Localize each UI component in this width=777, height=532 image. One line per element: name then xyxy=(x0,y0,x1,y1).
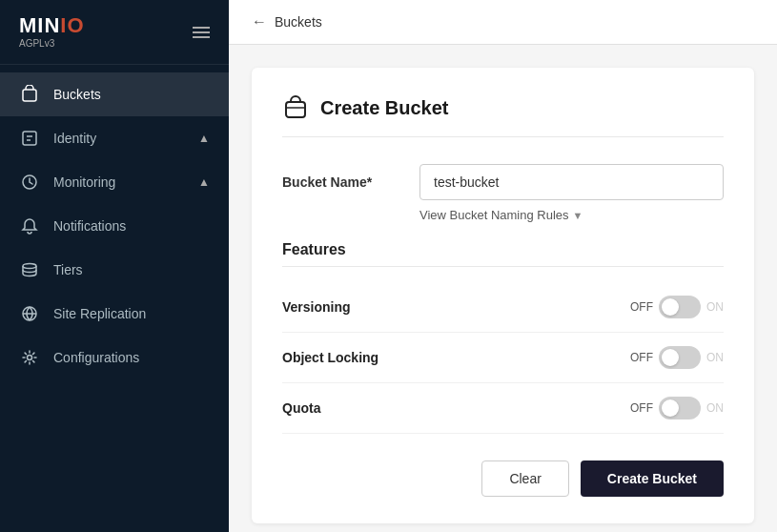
site-replication-icon xyxy=(19,303,40,324)
back-button[interactable]: ← xyxy=(252,13,267,31)
sidebar-item-buckets[interactable]: Buckets xyxy=(0,72,229,116)
create-bucket-card: Create Bucket Bucket Name* View Bucket N… xyxy=(252,68,754,523)
sidebar-label-tiers: Tiers xyxy=(53,262,83,277)
sidebar-label-configurations: Configurations xyxy=(53,350,139,365)
sidebar-item-configurations[interactable]: Configurations xyxy=(0,336,229,379)
monitoring-chevron-icon: ▲ xyxy=(198,175,210,189)
main-content: ← Buckets Create Bucket Bucket Name* V xyxy=(229,0,777,532)
identity-icon xyxy=(19,128,40,149)
logo-area: MINIO AGPLv3 xyxy=(19,15,85,49)
object-locking-toggle[interactable] xyxy=(659,346,701,369)
breadcrumb-link[interactable]: Buckets xyxy=(275,14,322,30)
sidebar-header: MINIO AGPLv3 xyxy=(0,0,229,65)
bucket-icon xyxy=(19,84,40,105)
naming-rules-label: View Bucket Naming Rules xyxy=(419,208,569,222)
versioning-toggle-wrapper: OFF ON xyxy=(630,296,724,318)
quota-on-label: ON xyxy=(706,401,724,415)
sidebar-item-site-replication[interactable]: Site Replication xyxy=(0,292,229,336)
logo-license: AGPLv3 xyxy=(19,38,54,49)
svg-rect-9 xyxy=(286,102,305,117)
object-locking-off-label: OFF xyxy=(630,351,653,364)
sidebar-item-monitoring[interactable]: Monitoring ▲ xyxy=(0,160,229,204)
versioning-toggle[interactable] xyxy=(659,296,701,318)
feature-row-object-locking: Object Locking OFF ON xyxy=(282,333,724,383)
svg-point-5 xyxy=(23,264,36,269)
naming-rules-chevron-icon: ▼ xyxy=(573,210,583,221)
bucket-name-row: Bucket Name* xyxy=(282,164,724,200)
object-locking-on-label: ON xyxy=(706,351,724,364)
bucket-name-label: Bucket Name* xyxy=(282,174,397,190)
clear-button[interactable]: Clear xyxy=(481,460,568,497)
naming-rules-row[interactable]: View Bucket Naming Rules ▼ xyxy=(419,208,724,222)
quota-toggle[interactable] xyxy=(659,397,701,419)
features-section: Features Versioning OFF ON xyxy=(282,241,724,434)
logo-min: MIN xyxy=(19,13,60,37)
content-area: Create Bucket Bucket Name* View Bucket N… xyxy=(229,45,777,532)
menu-toggle-button[interactable] xyxy=(193,27,210,38)
logo: MINIO xyxy=(19,15,85,36)
versioning-on-label: ON xyxy=(706,300,724,314)
identity-chevron-icon: ▲ xyxy=(198,132,210,145)
sidebar-label-site-replication: Site Replication xyxy=(53,306,146,321)
monitoring-icon xyxy=(19,172,40,193)
create-bucket-button[interactable]: Create Bucket xyxy=(581,460,724,497)
sidebar-label-buckets: Buckets xyxy=(53,87,101,102)
object-locking-label: Object Locking xyxy=(282,350,630,365)
nav-items: Buckets Identity ▲ Monitoring xyxy=(0,65,229,532)
breadcrumb: ← Buckets xyxy=(229,0,777,45)
quota-off-label: OFF xyxy=(630,401,653,415)
sidebar-label-notifications: Notifications xyxy=(53,218,126,234)
svg-rect-1 xyxy=(23,132,36,145)
quota-label: Quota xyxy=(282,400,630,416)
notifications-icon xyxy=(19,215,40,236)
versioning-label: Versioning xyxy=(282,299,630,315)
sidebar-label-identity: Identity xyxy=(53,131,96,146)
sidebar-item-identity[interactable]: Identity ▲ xyxy=(0,116,229,160)
tiers-icon xyxy=(19,259,40,280)
sidebar-item-tiers[interactable]: Tiers xyxy=(0,248,229,292)
card-title-row: Create Bucket xyxy=(282,94,724,137)
sidebar: MINIO AGPLv3 Buckets xyxy=(0,0,229,532)
sidebar-label-monitoring: Monitoring xyxy=(53,174,115,190)
versioning-off-label: OFF xyxy=(630,300,653,314)
svg-point-8 xyxy=(28,356,32,360)
bucket-icon-large xyxy=(282,94,309,121)
actions-row: Clear Create Bucket xyxy=(282,460,724,497)
configurations-icon xyxy=(19,347,40,368)
quota-toggle-wrapper: OFF ON xyxy=(630,397,724,419)
feature-row-versioning: Versioning OFF ON xyxy=(282,282,724,333)
sidebar-item-notifications[interactable]: Notifications xyxy=(0,204,229,248)
svg-rect-0 xyxy=(23,90,36,101)
feature-row-quota: Quota OFF ON xyxy=(282,383,724,434)
bucket-name-input[interactable] xyxy=(419,164,724,200)
logo-io: IO xyxy=(60,13,84,37)
object-locking-toggle-wrapper: OFF ON xyxy=(630,346,724,369)
page-title: Create Bucket xyxy=(320,97,449,119)
features-title: Features xyxy=(282,241,724,267)
